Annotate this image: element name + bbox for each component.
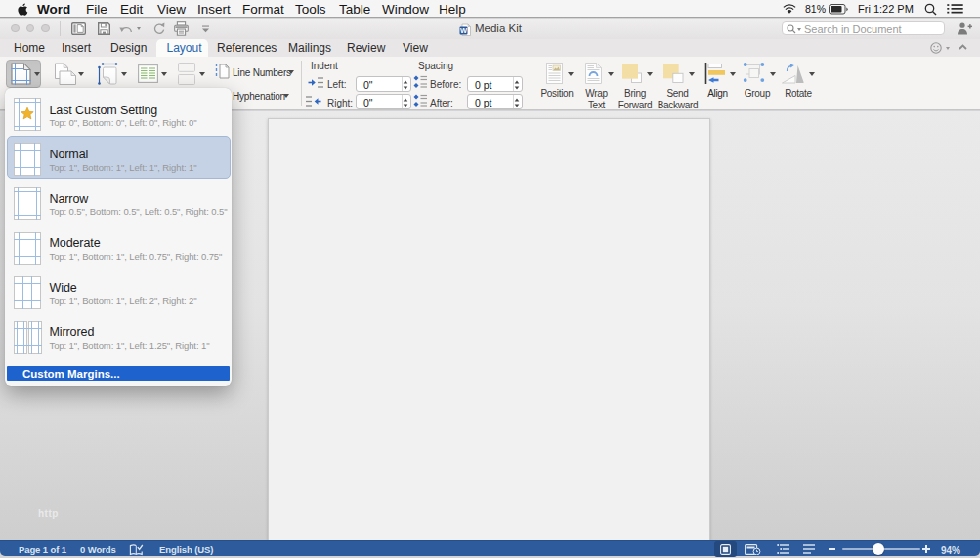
svg-text:W: W bbox=[460, 26, 468, 35]
